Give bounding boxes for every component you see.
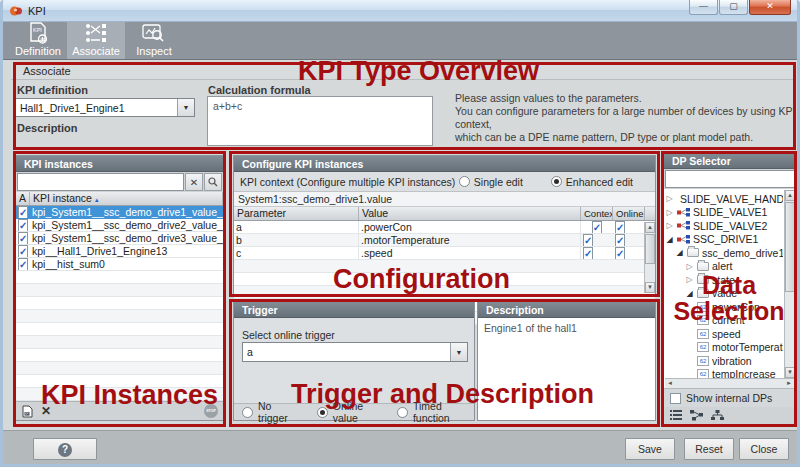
dp-hierarchy-view-icon[interactable] bbox=[711, 410, 724, 421]
delete-kpi-instance-icon[interactable]: ✕ bbox=[41, 404, 51, 418]
table-row[interactable]: kpi__hist_sum0 bbox=[16, 258, 223, 271]
scroll-left-icon[interactable]: ◄ bbox=[665, 379, 675, 388]
kpi-context-value-field[interactable]: System1:ssc_demo_drive1.value bbox=[234, 192, 655, 207]
scroll-down-icon[interactable]: ▼ bbox=[785, 367, 795, 378]
help-button[interactable]: ? bbox=[33, 438, 97, 460]
tab-inspect[interactable]: Inspect bbox=[125, 22, 183, 59]
parameter-row[interactable]: b .motorTemperature bbox=[234, 234, 655, 247]
row-checkbox[interactable] bbox=[18, 245, 28, 257]
tree-item[interactable]: 62powerCon bbox=[665, 300, 783, 314]
online-trigger-select[interactable]: a ▼ bbox=[242, 342, 468, 362]
tree-item[interactable]: ▷ SLIDE_VALVE2 bbox=[665, 219, 783, 233]
row-checkbox[interactable] bbox=[18, 219, 28, 231]
close-window-button[interactable]: ✕ bbox=[749, 0, 791, 15]
parameter-value[interactable]: .motorTemperature bbox=[359, 234, 581, 246]
row-checkbox[interactable] bbox=[18, 258, 28, 270]
dp-list-view-icon[interactable] bbox=[670, 410, 683, 421]
show-internal-dps-checkbox[interactable] bbox=[670, 393, 681, 404]
column-header-value[interactable]: Value bbox=[359, 207, 581, 220]
kpi-instances-search-input[interactable] bbox=[17, 173, 184, 191]
timed-function-radio[interactable] bbox=[397, 407, 408, 418]
online-trigger-value: a bbox=[247, 346, 253, 358]
scroll-right-icon[interactable]: ► bbox=[784, 379, 794, 388]
tab-associate[interactable]: Associate bbox=[67, 22, 125, 59]
column-header-instance[interactable]: KPI instance ▴ bbox=[30, 192, 223, 205]
tree-item[interactable]: ▷ SLIDE_VALVE1 bbox=[665, 206, 783, 220]
calculation-formula-field[interactable]: a+b+c bbox=[207, 96, 433, 146]
tree-item[interactable]: 62current bbox=[665, 314, 783, 328]
online-checkbox[interactable] bbox=[615, 221, 625, 233]
online-value-radio[interactable] bbox=[317, 407, 328, 418]
context-checkbox[interactable] bbox=[583, 234, 593, 246]
tree-item-label: SLIDE_VALVE_HAND1 bbox=[680, 193, 783, 205]
parameter-value[interactable]: .speed bbox=[359, 247, 581, 259]
online-checkbox[interactable] bbox=[615, 247, 625, 259]
enhanced-edit-radio[interactable]: Enhanced edit bbox=[551, 176, 633, 188]
collapse-icon[interactable]: ◢ bbox=[665, 235, 674, 244]
chevron-down-icon[interactable]: ▼ bbox=[450, 343, 467, 361]
tree-item[interactable]: 62vibration bbox=[665, 354, 783, 368]
configure-table-scrollbar[interactable]: ▲ ▼ bbox=[644, 222, 655, 293]
expand-icon[interactable]: ▷ bbox=[665, 208, 674, 217]
row-checkbox[interactable] bbox=[18, 206, 28, 218]
scroll-down-icon[interactable]: ▼ bbox=[645, 282, 655, 293]
dp-network-view-icon[interactable] bbox=[690, 410, 704, 421]
table-row[interactable]: kpi__Hall1_Drive1_Engine13 bbox=[16, 245, 223, 258]
collapse-icon[interactable]: ◢ bbox=[685, 289, 694, 298]
column-header-context[interactable]: Context bbox=[581, 207, 613, 220]
scroll-up-icon[interactable]: ▲ bbox=[785, 190, 795, 201]
kpi-instance-name: kpi_System1__ssc_demo_drive2_value_Hall1… bbox=[30, 219, 223, 231]
expand-icon[interactable]: ▷ bbox=[685, 262, 694, 271]
kpi-definition-select[interactable]: Hall1_Drive1_Engine1 ▼ bbox=[15, 98, 195, 117]
tree-item[interactable]: 62speed bbox=[665, 327, 783, 341]
expand-icon[interactable]: ▷ bbox=[665, 221, 674, 230]
tree-item[interactable]: ◢ SSC_DRIVE1 bbox=[665, 233, 783, 247]
single-edit-radio-circle[interactable] bbox=[459, 176, 470, 187]
tree-item[interactable]: ▷state bbox=[665, 273, 783, 287]
parameter-row[interactable]: a .powerCon bbox=[234, 221, 655, 234]
table-row[interactable]: kpi_System1__ssc_demo_drive3_value_Hall1… bbox=[16, 232, 223, 245]
close-button[interactable]: Close bbox=[739, 438, 789, 460]
save-button[interactable]: Save bbox=[625, 438, 675, 460]
tree-item[interactable]: ◢ssc_demo_drive1 bbox=[665, 246, 783, 260]
scroll-up-icon[interactable]: ▲ bbox=[645, 222, 655, 233]
column-header-parameter[interactable]: Parameter bbox=[234, 207, 359, 220]
dp-selector-search-input[interactable] bbox=[665, 170, 800, 188]
no-trigger-radio[interactable] bbox=[242, 407, 253, 418]
online-checkbox[interactable] bbox=[615, 234, 625, 246]
table-row[interactable]: kpi_System1__ssc_demo_drive1_value_Hall1… bbox=[16, 206, 223, 219]
parameter-value[interactable]: .powerCon bbox=[359, 221, 581, 233]
single-edit-radio[interactable]: Single edit bbox=[459, 176, 523, 188]
column-header-online[interactable]: Online bbox=[613, 207, 645, 220]
add-kpi-instance-icon[interactable]: KPI bbox=[21, 405, 33, 418]
enhanced-edit-radio-circle[interactable] bbox=[551, 176, 562, 187]
minimize-button[interactable]: — bbox=[689, 0, 718, 15]
column-header-active[interactable]: A bbox=[16, 192, 30, 205]
chevron-down-icon[interactable]: ▼ bbox=[177, 99, 194, 116]
search-icon[interactable] bbox=[204, 173, 222, 191]
expand-icon[interactable]: ▷ bbox=[685, 275, 694, 284]
maximize-button[interactable]: ▢ bbox=[719, 0, 748, 15]
stop-icon[interactable]: STOP bbox=[204, 404, 218, 418]
description-text[interactable]: Engine1 of the hall1 bbox=[478, 318, 655, 338]
dp-tree-vscrollbar[interactable]: ▲ ▼ bbox=[784, 190, 795, 378]
context-checkbox[interactable] bbox=[583, 247, 593, 259]
help-line: You can configure parameters for a large… bbox=[455, 105, 797, 131]
context-checkbox[interactable] bbox=[592, 221, 602, 233]
tab-definition[interactable]: KPI Definition bbox=[9, 22, 67, 59]
folder-icon bbox=[697, 289, 709, 298]
clear-search-icon[interactable]: ✕ bbox=[185, 173, 203, 191]
expand-icon[interactable]: ▷ bbox=[665, 194, 674, 203]
tree-item[interactable]: 62tempIncrease bbox=[665, 368, 783, 379]
row-checkbox[interactable] bbox=[18, 232, 28, 244]
tree-item[interactable]: ▷ SLIDE_VALVE_HAND1 bbox=[665, 192, 783, 206]
tree-item-label: SLIDE_VALVE1 bbox=[693, 206, 767, 218]
collapse-icon[interactable]: ◢ bbox=[675, 248, 684, 257]
parameter-row[interactable]: c .speed bbox=[234, 247, 655, 260]
reset-button[interactable]: Reset bbox=[684, 438, 734, 460]
dp-tree-hscrollbar[interactable]: ◄ ► bbox=[665, 378, 794, 388]
table-row[interactable]: kpi_System1__ssc_demo_drive2_value_Hall1… bbox=[16, 219, 223, 232]
tree-item[interactable]: 62motorTemperature bbox=[665, 341, 783, 355]
tree-item[interactable]: ◢value bbox=[665, 287, 783, 301]
tree-item[interactable]: ▷alert bbox=[665, 260, 783, 274]
